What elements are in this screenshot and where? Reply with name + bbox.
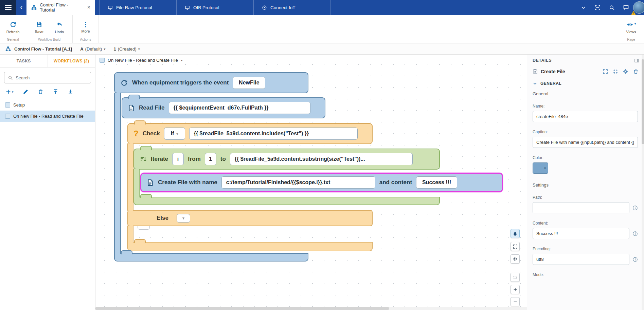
workflow-item-setup[interactable]: Setup — [0, 99, 95, 111]
version-selector[interactable]: A (Default) ▾ — [80, 46, 105, 52]
chevron-down-icon: ▾ — [104, 47, 105, 51]
color-dropdown[interactable]: ▾ — [533, 162, 548, 174]
canvas-theme-button[interactable] — [511, 229, 520, 238]
node-expand-button[interactable] — [603, 69, 608, 74]
check-operator-dropdown[interactable]: If ▾ — [164, 128, 185, 140]
section-general-header[interactable]: GENERAL — [527, 78, 644, 89]
canvas-zoom-in-button[interactable] — [511, 285, 520, 294]
back-icon: ‹ — [20, 3, 22, 12]
search-input[interactable] — [16, 75, 87, 80]
node-settings-button[interactable] — [623, 69, 628, 74]
minus-icon — [513, 299, 518, 304]
tab-label: Connect IoT — [270, 5, 296, 10]
plus-icon — [5, 89, 11, 95]
else-operator-dropdown[interactable]: ▾ — [177, 214, 190, 222]
scrollbar-thumb[interactable] — [642, 59, 644, 144]
delete-workflow-button[interactable] — [38, 89, 43, 95]
canvas-expand-all-button[interactable] — [511, 242, 520, 251]
workflow-item-label: Setup — [13, 102, 25, 108]
chevron-down-icon: ▾ — [138, 47, 140, 51]
move-up-button[interactable] — [53, 89, 58, 95]
caption-field[interactable] — [533, 137, 638, 148]
scan-button[interactable] — [590, 0, 605, 15]
revision-selector[interactable]: 1 (Created) ▾ — [113, 46, 140, 52]
content-field[interactable] — [533, 228, 629, 239]
iterate-from-field[interactable]: 1 — [205, 153, 216, 165]
workflow-canvas[interactable]: On New File - Read and Create File ▾ Whe… — [95, 55, 527, 310]
node-collapse-button[interactable] — [613, 69, 618, 74]
undo-button[interactable]: Undo — [49, 21, 70, 34]
read-file-block[interactable]: Read File {{ $equipmentEvent_d67e.FullPa… — [122, 97, 325, 118]
tab-workflows[interactable]: WORKFLOWS (2) — [48, 55, 95, 67]
scrollbar-thumb[interactable] — [95, 307, 389, 310]
event-block-cap[interactable] — [114, 253, 308, 261]
scan-icon — [595, 5, 601, 11]
iterate-block[interactable]: Iterate i from 1 to {{ $readFile_5a9d.co… — [133, 149, 440, 170]
details-panel-title: DETAILS — [533, 58, 552, 63]
toolbar-group-general: Refresh General — [0, 15, 26, 43]
search-button[interactable] — [605, 0, 619, 15]
details-vertical-scrollbar[interactable] — [642, 55, 644, 310]
canvas-workflow-selector[interactable]: On New File - Read and Create File ▾ — [100, 58, 183, 63]
sidebar-search[interactable] — [4, 72, 91, 83]
check-block-cap[interactable] — [127, 242, 373, 251]
move-down-button[interactable] — [68, 89, 73, 95]
refresh-button[interactable]: Refresh — [3, 21, 23, 34]
dock-panel-icon[interactable] — [634, 58, 639, 63]
sync-event-icon — [120, 79, 128, 87]
iterate-variable-field[interactable]: i — [172, 153, 184, 165]
canvas-workflow-title: On New File - Read and Create File — [108, 58, 178, 63]
check-block[interactable]: ? Check If ▾ {{ $readFile_5a9d.content.i… — [127, 123, 373, 144]
node-delete-button[interactable] — [633, 69, 639, 74]
tab-control-flow-tutorial[interactable]: Control Flow - Tutorial × — [26, 0, 95, 15]
iterate-to-label: to — [220, 156, 226, 162]
path-field[interactable] — [533, 202, 629, 213]
event-trigger-block[interactable]: When equipment triggers the event NewFil… — [114, 72, 308, 93]
edit-workflow-button[interactable] — [23, 89, 29, 95]
tab-oib-protocol[interactable]: OIB Protocol — [176, 0, 253, 15]
chevron-down-icon: ▾ — [182, 216, 184, 220]
close-tab-icon[interactable]: × — [87, 4, 90, 11]
iterate-to-field[interactable]: {{ $readFile_5a9d.content.substring(size… — [230, 153, 413, 165]
version-value: A — [80, 46, 83, 52]
encoding-field[interactable] — [533, 254, 629, 265]
selected-node-title: Create File — [541, 69, 565, 74]
tab-file-raw-protocol[interactable]: File Raw Protocol — [99, 0, 176, 15]
create-file-content-field[interactable]: Success !!! — [416, 176, 457, 189]
check-block-label: Check — [143, 130, 160, 137]
empty-slot-notch — [138, 226, 150, 230]
user-menu[interactable] — [633, 0, 644, 15]
read-file-path-field[interactable]: {{ $equipmentEvent_d67e.FullPath }} — [169, 102, 310, 114]
create-file-block[interactable]: Create File with name c:/temp/Tutorial/F… — [140, 173, 503, 192]
revision-state: (Created) — [118, 46, 137, 52]
canvas-zoom-out-button[interactable] — [511, 297, 520, 306]
back-button[interactable]: ‹ — [16, 0, 26, 15]
check-condition-field[interactable]: {{ $readFile_5a9d.content.includes("Test… — [189, 128, 358, 140]
create-file-path-field[interactable]: c:/temp/Tutorial/Finished/{{$scope.i}}.t… — [221, 176, 375, 189]
info-icon[interactable] — [632, 257, 638, 262]
connector-notch — [140, 146, 152, 150]
create-file-label: Create File with name — [158, 179, 217, 186]
tab-overflow-button[interactable] — [576, 0, 590, 15]
views-button[interactable]: ▾ Views — [621, 21, 641, 34]
add-workflow-button[interactable]: ▾ — [5, 89, 14, 95]
protocol-monitor-icon — [108, 5, 113, 10]
save-button[interactable]: Save — [29, 21, 49, 34]
info-icon[interactable] — [632, 231, 638, 236]
name-field[interactable] — [533, 111, 638, 122]
tab-tasks[interactable]: TASKS — [0, 55, 48, 67]
topbar-spacer — [330, 0, 576, 15]
info-icon[interactable] — [632, 205, 638, 211]
canvas-horizontal-scrollbar[interactable] — [95, 307, 527, 310]
check-else-row[interactable]: Else ▾ — [127, 210, 373, 226]
iterate-block-cap[interactable] — [133, 197, 440, 205]
tab-connect-iot[interactable]: Connect IoT — [253, 0, 330, 15]
workflow-item-on-new-file[interactable]: On New File - Read and Create File — [0, 111, 95, 122]
search-icon — [8, 75, 13, 80]
hamburger-menu-button[interactable] — [0, 0, 16, 15]
canvas-collapse-all-button[interactable] — [511, 254, 520, 264]
event-name-field[interactable]: NewFile — [233, 77, 265, 89]
hamburger-icon — [5, 4, 12, 11]
canvas-fit-view-button[interactable] — [511, 273, 520, 282]
more-button[interactable]: ⋮ More — [75, 21, 96, 33]
